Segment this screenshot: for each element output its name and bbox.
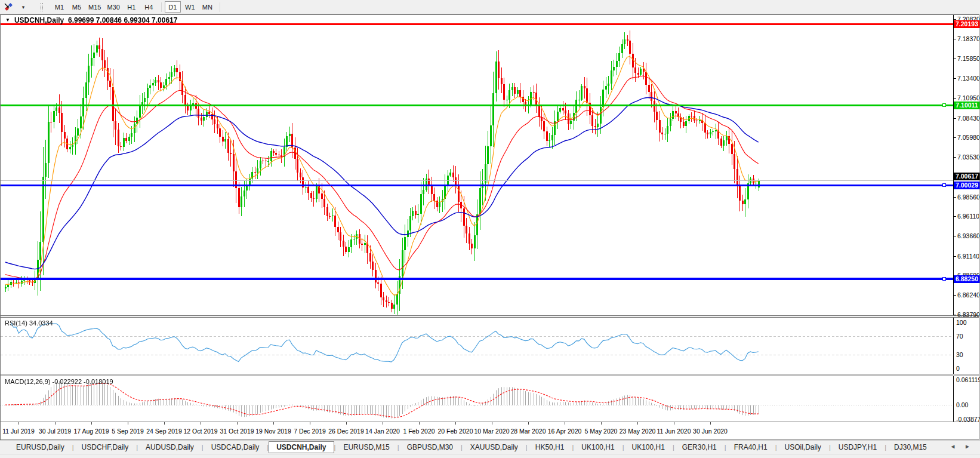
date-tick (419, 422, 420, 425)
timeframe-button-h4[interactable]: H4 (141, 1, 157, 13)
price-line-label: 7.10011 (954, 102, 980, 109)
date-label: 5 May 2020 (585, 428, 618, 435)
rsi-panel-canvas[interactable] (1, 318, 953, 374)
timeframe-button-m30[interactable]: M30 (104, 1, 122, 13)
chevron-down-icon[interactable]: ▾ (19, 4, 27, 10)
macd-axis-label: 0.061119 (956, 376, 980, 383)
chart-tab-bar: EURUSD,Daily|USDCHF,Daily|AUDUSD,Daily|U… (0, 440, 980, 454)
rsi-axis-label: 0 (956, 365, 960, 372)
toolbar-grip-handle[interactable] (41, 3, 43, 11)
date-label: 10 Mar 2020 (474, 428, 510, 435)
price-tick: 7.13400 (957, 75, 980, 82)
tab-uk100-h1[interactable]: UK100,H1 (574, 442, 622, 453)
macd-indicator-label: MACD(12,26,9) -0.022922 -0.018019 (5, 378, 113, 385)
price-tick: 6.98560 (957, 193, 980, 201)
date-tick (383, 422, 383, 425)
tab-usoil-daily[interactable]: USOil,Daily (777, 442, 829, 453)
chart-periods-icon-glyph (4, 2, 13, 12)
price-tick: 7.18370 (957, 35, 980, 42)
date-label: 19 Nov 2019 (255, 428, 291, 435)
date-tick (674, 422, 674, 425)
chart-menu-icon[interactable]: ▼ (5, 17, 10, 23)
date-label: 11 Jun 2020 (657, 428, 691, 435)
tab-scroll-arrows[interactable]: ◄ ► (950, 443, 974, 450)
timeframe-button-h1[interactable]: H1 (124, 1, 140, 13)
date-tick (492, 422, 492, 425)
price-line-label: 7.00029 (954, 182, 980, 189)
date-tick (346, 422, 347, 425)
price-tick: 7.05980 (957, 134, 980, 141)
date-label: 31 Oct 2019 (220, 428, 254, 435)
date-tick (565, 422, 565, 425)
date-tick (128, 422, 128, 425)
price-tick: 6.91140 (957, 253, 979, 260)
tab-usdcad-daily[interactable]: USDCAD,Daily (204, 442, 267, 453)
date-label: 24 Sep 2019 (146, 428, 182, 435)
timeframe-button-mn[interactable]: MN (199, 1, 215, 13)
panel-splitter-rsi[interactable] (1, 315, 979, 318)
tab-dj30-m15[interactable]: DJ30,M15 (886, 442, 935, 453)
date-label: 5 Sep 2019 (112, 428, 144, 435)
panel-splitter-macd[interactable] (1, 374, 979, 376)
tab-ger30-h1[interactable]: GER30,H1 (674, 442, 725, 453)
price-tick: 7.10950 (957, 94, 980, 102)
macd-axis-label: 0.00 (956, 401, 968, 408)
date-tick (237, 422, 238, 425)
date-label: 30 Jun 2020 (693, 428, 728, 435)
date-tick (455, 422, 456, 425)
main-chart-canvas[interactable] (1, 15, 953, 315)
macd-panel-canvas[interactable] (1, 376, 953, 422)
price-tick: 6.93660 (957, 232, 980, 239)
tab-usdjpy-h1[interactable]: USDJPY,H1 (831, 442, 885, 453)
chart-ohlc-values: 6.99699 7.00846 6.99304 7.00617 (68, 16, 178, 24)
timeframe-button-m1[interactable]: M1 (51, 1, 67, 13)
date-label: 23 May 2020 (620, 428, 656, 435)
date-label: 28 Mar 2020 (511, 428, 546, 435)
date-label: 11 Jul 2019 (2, 428, 35, 435)
rsi-axis-label: 70 (956, 333, 963, 340)
date-label: 7 Dec 2019 (294, 428, 326, 435)
rsi-axis-label: 100 (956, 319, 967, 326)
date-label: 1 Feb 2020 (403, 428, 434, 435)
timeframe-button-m5[interactable]: M5 (69, 1, 85, 13)
tab-fra40-h1[interactable]: FRA40,H1 (726, 442, 775, 453)
timeframe-button-d1[interactable]: D1 (165, 1, 181, 13)
price-tick: 7.03530 (957, 153, 980, 161)
tab-usdchf-daily[interactable]: USDCHF,Daily (74, 442, 137, 453)
price-axis-border (953, 15, 954, 422)
date-tick (55, 422, 56, 425)
rsi-axis-label: 30 (956, 351, 963, 358)
date-tick (637, 422, 638, 425)
rsi-indicator-label: RSI(14) 34.0334 (5, 319, 53, 327)
price-tick: 6.83790 (957, 311, 980, 318)
date-tick (273, 422, 274, 425)
tab-uk100-h1[interactable]: UK100,H1 (624, 442, 673, 453)
tab-audusd-daily[interactable]: AUDUSD,Daily (138, 442, 202, 453)
tab-hk50-h1[interactable]: HK50,H1 (528, 442, 572, 453)
price-line-label: 7.20193 (954, 20, 980, 28)
chart-symbol-period: USDCNH,Daily (14, 16, 64, 24)
date-tick (710, 422, 711, 425)
tab-gbpusd-m30[interactable]: GBPUSD,M30 (399, 442, 461, 453)
price-line-label: 6.88250 (954, 275, 980, 283)
toolbar-separator (220, 2, 220, 12)
price-tick: 6.96110 (957, 213, 979, 220)
tab-usdcnh-daily[interactable]: USDCNH,Daily (269, 441, 334, 453)
tab-eurusd-m15[interactable]: EURUSD,M15 (335, 442, 397, 453)
chart-periods-icon[interactable] (2, 2, 14, 13)
timeframe-buttons: M1M5M15M30H1H4D1W1MN (51, 1, 223, 13)
date-tick (19, 422, 19, 425)
timeframe-button-m15[interactable]: M15 (86, 1, 103, 13)
date-tick (310, 422, 310, 425)
status-bar (0, 454, 980, 458)
price-tick: 7.08430 (957, 115, 980, 122)
date-tick (528, 422, 529, 425)
tab-eurusd-daily[interactable]: EURUSD,Daily (8, 442, 72, 453)
time-axis[interactable]: 11 Jul 201930 Jul 201917 Aug 20195 Sep 2… (1, 422, 979, 440)
timeframe-button-w1[interactable]: W1 (182, 1, 198, 13)
periods-toolbar: ▾ M1M5M15M30H1H4D1W1MN (0, 0, 980, 14)
tab-xauusd-daily[interactable]: XAUUSD,Daily (463, 442, 526, 453)
price-tick: 6.86240 (957, 291, 980, 299)
date-label: 20 Feb 2020 (438, 428, 473, 435)
date-tick (601, 422, 602, 425)
